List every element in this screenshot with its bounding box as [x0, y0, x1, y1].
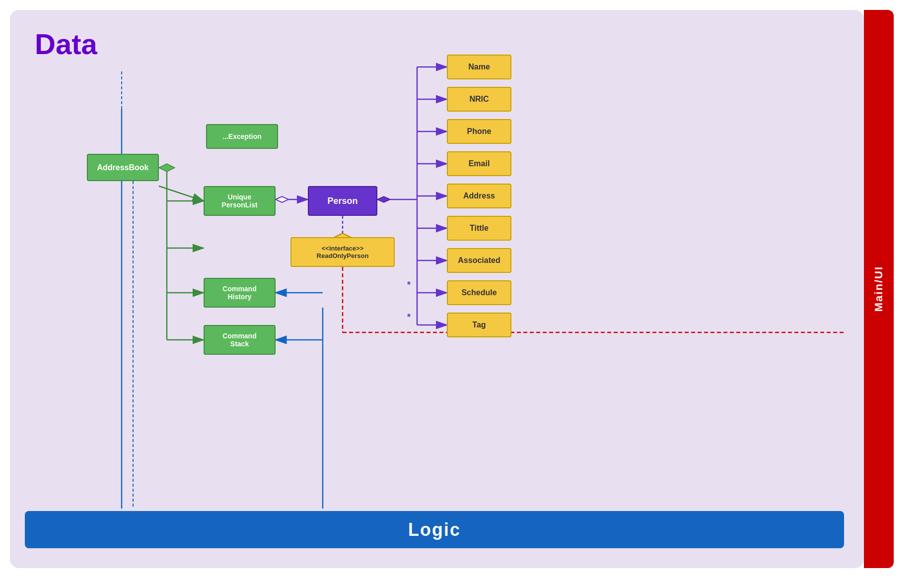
person-box: Person	[308, 186, 377, 216]
main-container: Data	[10, 10, 894, 568]
tag-box: Tag	[447, 313, 511, 337]
name-box: Name	[447, 55, 511, 79]
address-box: Address	[447, 184, 511, 208]
svg-text:*: *	[407, 280, 411, 290]
email-box: Email	[447, 151, 511, 176]
svg-marker-9	[159, 164, 175, 172]
command-history-box: Command History	[204, 278, 276, 308]
arrows-svg: * *	[10, 10, 864, 568]
svg-line-8	[159, 186, 204, 201]
interface-readonly-box: <<interface>> ReadOnlyPerson	[290, 237, 395, 267]
logic-label: Logic	[408, 519, 461, 540]
exception-box: ...Exception	[206, 124, 278, 149]
sidebar-tab[interactable]: Main/UI	[864, 10, 894, 568]
associated-box: Associated	[447, 248, 511, 273]
phone-box: Phone	[447, 119, 511, 144]
tittle-box: Tittle	[447, 216, 511, 241]
diagram-area: Data	[10, 10, 864, 568]
svg-marker-18	[377, 196, 390, 202]
addressbook-box: AddressBook	[87, 154, 159, 181]
sidebar-tab-label: Main/UI	[872, 266, 885, 312]
command-stack-box: Command Stack	[204, 325, 276, 355]
data-title: Data	[35, 27, 97, 61]
svg-marker-16	[276, 196, 288, 202]
svg-text:*: *	[407, 312, 411, 322]
uniquepersonlist-box: Unique PersonList	[204, 186, 276, 216]
logic-bar: Logic	[25, 511, 844, 548]
schedule-box: Schedule	[447, 280, 511, 305]
nric-box: NRIC	[447, 87, 511, 112]
